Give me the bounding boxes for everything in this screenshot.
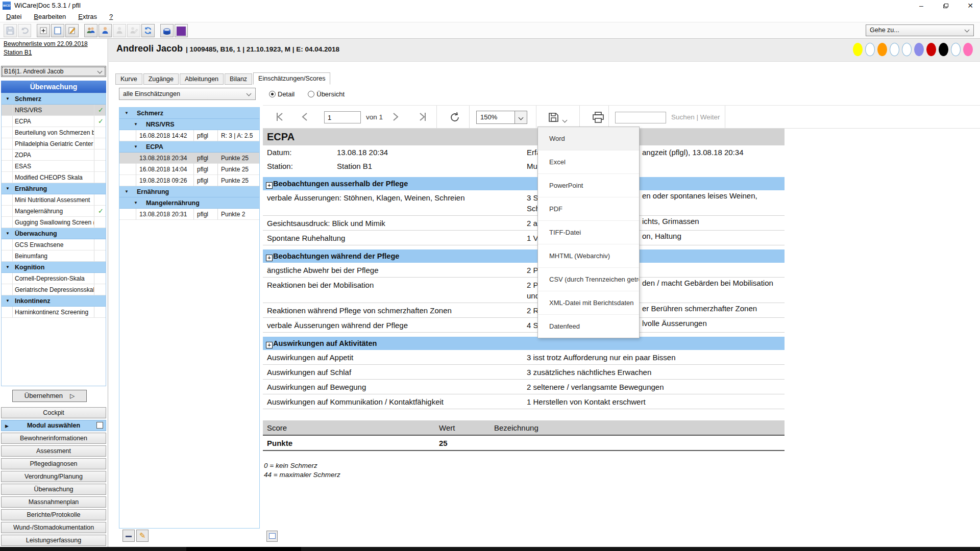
menu-extras[interactable]: Extras — [72, 11, 103, 20]
tree-group-ernährung[interactable]: ▼Ernährung — [2, 183, 106, 194]
expand-icon[interactable]: + — [266, 342, 273, 348]
tree-group-schmerz[interactable]: ▼Schmerz — [2, 93, 106, 105]
add-button[interactable] — [37, 24, 50, 37]
list-group-nrs/vrs[interactable]: ▼NRS/VRS — [119, 119, 259, 130]
list-entry[interactable]: 13.08.2018 20:34pflglPunkte 25 — [119, 153, 259, 164]
refresh-report-button[interactable] — [449, 111, 461, 126]
previous-page-button[interactable] — [300, 111, 311, 124]
export-option-pdf[interactable]: PDF — [538, 197, 639, 221]
export-option-datenfeed[interactable]: Datenfeed — [538, 315, 639, 338]
tree-item[interactable]: Geriatrische Depressionsskala — [2, 284, 106, 295]
residents-group-button[interactable] — [84, 24, 97, 37]
module-button-wundstomadokumentation[interactable]: Wund-/Stomadokumentation — [1, 522, 106, 533]
list-entry[interactable]: 16.08.2018 14:42pflglR: 3 | A: 2.5 — [119, 130, 259, 141]
module-button-leistungserfassung[interactable]: Leistungserfassung — [1, 535, 106, 546]
menu-?[interactable]: ? — [103, 11, 119, 20]
module-button-modulauswählen[interactable]: ▶Modul auswählen — [1, 420, 106, 431]
list-entry[interactable]: 19.08.2018 09:26pflglPunkte 25 — [119, 175, 259, 186]
tab-bilanz[interactable]: Bilanz — [225, 73, 252, 85]
export-option-excel[interactable]: Excel — [538, 151, 639, 174]
export-option-word[interactable]: Word — [538, 127, 639, 151]
list-entry[interactable]: 13.08.2018 20:31pflglPunkte 2 — [119, 209, 259, 220]
close-button[interactable]: ✕ — [960, 0, 980, 11]
radio-detail[interactable]: Detail — [269, 90, 295, 98]
expand-icon[interactable]: + — [266, 182, 273, 189]
module-button-assessment[interactable]: Assessment — [1, 445, 106, 457]
first-page-button[interactable] — [274, 111, 285, 124]
patient-select[interactable]: B16|1. Andreoli Jacob — [1, 66, 106, 77]
refresh-button[interactable] — [141, 24, 155, 37]
module-button-cockpit[interactable]: Cockpit — [1, 407, 106, 418]
tree-item[interactable]: Modified CHEOPS Skala — [2, 172, 106, 183]
zoom-select-button[interactable] — [514, 111, 527, 123]
menu-bearbeiten[interactable]: Bearbeiten — [28, 11, 72, 20]
residents-list-link[interactable]: Bewohnerliste vom 22.09.2018 — [4, 40, 88, 47]
tree-item[interactable]: ZOPA — [2, 149, 106, 161]
goto-select[interactable]: Gehe zu... — [866, 24, 974, 36]
export-option-tiffdatei[interactable]: TIFF-Datei — [538, 221, 639, 244]
purple-square-button[interactable] — [175, 24, 188, 37]
tree-group-kognition[interactable]: ▼Kognition — [2, 262, 106, 273]
module-button-bewohnerinformationen[interactable]: Bewohnerinformationen — [1, 433, 106, 444]
module-button-massnahmenplan[interactable]: Massnahmenplan — [1, 496, 106, 508]
zoom-select[interactable]: 150% — [476, 111, 527, 124]
archive-pot-button[interactable] — [160, 24, 174, 37]
list-group-ernährung[interactable]: ▼Ernährung — [119, 186, 259, 197]
module-button-überwachung[interactable]: Überwachung — [1, 484, 106, 495]
minimize-button[interactable]: – — [911, 0, 932, 11]
tree-item[interactable]: Gugging Swallowing Screen (GUS — [2, 217, 106, 228]
tab-ableitungen[interactable]: Ableitungen — [180, 73, 224, 85]
new-form-button[interactable] — [51, 24, 64, 37]
export-save-button[interactable] — [548, 111, 561, 126]
tree-item[interactable]: Philadelphia Geriatric Center Pain — [2, 138, 106, 149]
radio-übersicht[interactable]: Übersicht — [308, 90, 345, 98]
tree-item[interactable]: Cornell-Depression-Skala — [2, 273, 106, 284]
list-group-mangelernährung[interactable]: ▼Mangelernährung — [119, 197, 259, 209]
export-option-csvdurchtrennzeichengetre[interactable]: CSV (durch Trennzeichen getre — [538, 268, 639, 291]
export-menu-chevron-icon[interactable] — [563, 115, 567, 124]
list-group-schmerz[interactable]: ▼Schmerz — [119, 108, 259, 119]
module-checkbox[interactable] — [96, 422, 103, 429]
edit-entry-button[interactable]: ✎ — [136, 530, 149, 542]
tree-group-überwachung[interactable]: ▼Überwachung — [2, 228, 106, 239]
page-number-input[interactable] — [324, 111, 361, 123]
report-window-button[interactable] — [266, 531, 278, 542]
last-page-button[interactable] — [417, 111, 428, 124]
tree-item[interactable]: Mini Nutritional Assessment — [2, 194, 106, 206]
menu-datei[interactable]: Datei — [0, 11, 28, 20]
tab-zugänge[interactable]: Zugänge — [143, 73, 179, 85]
tree-item[interactable]: Mangelernährung✓ — [2, 206, 106, 217]
tab-kurve[interactable]: Kurve — [115, 73, 142, 85]
tree-group-inkontinenz[interactable]: ▼Inkontinenz — [2, 295, 106, 307]
expand-icon[interactable]: + — [266, 255, 273, 261]
resident-button[interactable] — [99, 24, 112, 37]
module-button-verordnungplanung[interactable]: Verordnung/Planung — [1, 471, 106, 482]
export-option-xmldateimitberichtsdaten[interactable]: XML-Datei mit Berichtsdaten — [538, 291, 639, 315]
list-entry[interactable]: 16.08.2018 14:04pflglPunkte 25 — [119, 164, 259, 175]
module-button-berichteprotokolle[interactable]: Berichte/Protokolle — [1, 509, 106, 520]
tree-item[interactable]: NRS/VRS✓ — [2, 105, 106, 116]
restore-button[interactable] — [936, 0, 956, 11]
module-button-pflegediagnosen[interactable]: Pflegediagnosen — [1, 458, 106, 469]
next-page-button[interactable] — [389, 111, 401, 124]
station-link[interactable]: Station B1 — [4, 49, 32, 56]
search-input[interactable] — [615, 112, 666, 123]
edit-button[interactable] — [65, 24, 79, 37]
list-group-ecpa[interactable]: ▼ECPA — [119, 141, 259, 153]
tree-item[interactable]: Harninkontinenz Screening — [2, 307, 106, 318]
tree-item[interactable]: ECPA✓ — [2, 116, 106, 127]
print-button[interactable] — [592, 111, 605, 126]
remove-entry-button[interactable] — [122, 530, 135, 542]
apply-button[interactable]: Übernehmen▷ — [12, 390, 87, 402]
tree-item[interactable]: Beurteilung von Schmerzen bei D — [2, 127, 106, 138]
report-section-header[interactable]: +Beobachtungen während der Pflege — [263, 249, 785, 263]
search-next-links[interactable]: Suchen | Weiter — [671, 113, 720, 121]
export-option-powerpoint[interactable]: PowerPoint — [538, 174, 639, 197]
export-option-mhtmlwebarchiv[interactable]: MHTML (Webarchiv) — [538, 244, 639, 268]
tree-item[interactable]: ESAS — [2, 161, 106, 172]
assessment-filter-select[interactable]: alle Einschätzungen — [119, 88, 256, 100]
tree-item[interactable]: GCS Erwachsene — [2, 239, 106, 251]
report-section-header[interactable]: +Auswirkungen auf Aktivitäten — [263, 337, 785, 350]
tree-item[interactable]: Beinumfang — [2, 251, 106, 262]
report-section-header[interactable]: +Beobachtungen ausserhalb der Pflege — [263, 177, 785, 190]
